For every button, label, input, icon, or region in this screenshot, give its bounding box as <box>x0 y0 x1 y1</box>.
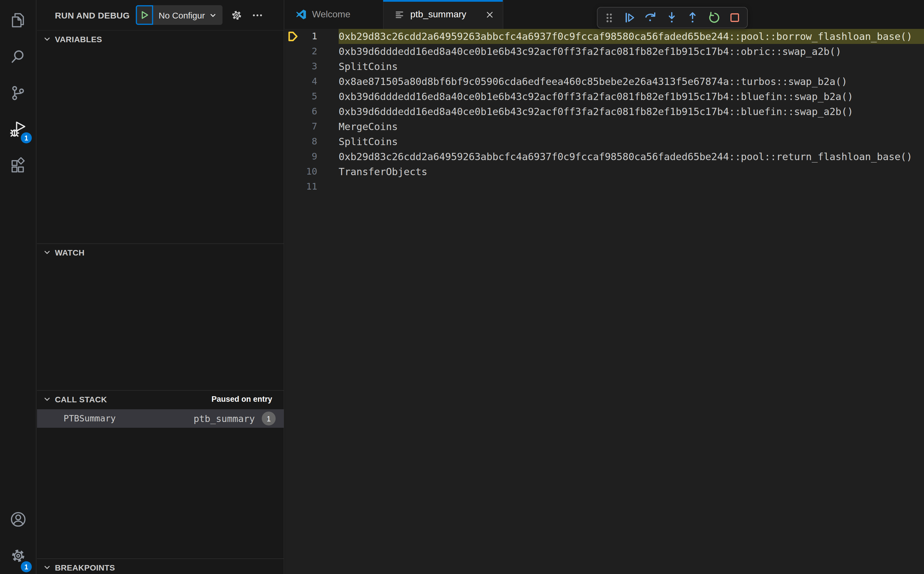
code-text: TransferObjects <box>338 164 924 179</box>
call-stack-frame-badge: 1 <box>262 412 275 426</box>
code-text: 0xb39d6dddedd16ed8a40ce0b1e6b43c92acf0ff… <box>338 89 924 104</box>
source-control-icon <box>9 84 27 101</box>
variables-section-header[interactable]: VARIABLES <box>37 31 284 47</box>
search-icon <box>9 48 27 65</box>
vscode-window: 1 <box>0 0 924 574</box>
files-icon <box>9 11 27 28</box>
views-more-actions-button[interactable] <box>252 9 263 20</box>
continue-button[interactable] <box>623 11 636 24</box>
breakpoints-section-header[interactable]: BREAKPOINTS <box>37 559 284 574</box>
restart-button[interactable] <box>707 11 720 24</box>
line-number: 1 <box>300 29 317 44</box>
step-over-button[interactable] <box>644 11 657 24</box>
code-text: 0xb39d6dddedd16ed8a40ce0b1e6b43c92acf0ff… <box>338 44 924 59</box>
code-line[interactable]: 1 0xb29d83c26cdd2a64959263abbcfc4a6937f0… <box>285 29 924 44</box>
line-number: 11 <box>300 179 317 194</box>
list-file-icon <box>395 9 405 19</box>
step-out-icon <box>686 11 699 24</box>
tab-welcome[interactable]: Welcome <box>285 0 384 29</box>
vscode-logo-icon <box>296 9 306 20</box>
step-out-button[interactable] <box>686 11 699 24</box>
close-icon[interactable] <box>485 9 495 19</box>
call-stack-section-header[interactable]: CALL STACK Paused on entry <box>37 391 284 407</box>
code-text: 0x8ae871505a80d8bf6bf9c05906cda6edfeea46… <box>338 74 924 89</box>
settings-count-badge: 1 <box>21 561 32 572</box>
line-number: 7 <box>300 119 317 134</box>
editor-group: Welcome ptb_summary <box>285 0 924 574</box>
chevron-down-icon <box>43 249 51 256</box>
line-number: 8 <box>300 134 317 149</box>
stop-button[interactable] <box>728 11 741 24</box>
activity-settings[interactable]: 1 <box>0 538 36 574</box>
launch-control: No Configur <box>135 5 222 25</box>
toolbar-drag-handle[interactable] <box>603 11 615 24</box>
step-into-button[interactable] <box>665 11 678 24</box>
debug-current-line-arrow-icon <box>285 31 300 42</box>
code-line[interactable]: 9 0xb29d83c26cdd2a64959263abbcfc4a6937f0… <box>285 149 924 164</box>
step-over-icon <box>644 11 657 24</box>
debug-configuration-select[interactable]: No Configur <box>153 5 222 25</box>
code-line[interactable]: 8 SplitCoins <box>285 134 924 149</box>
activity-source-control[interactable] <box>0 74 36 111</box>
chevron-down-icon <box>43 395 51 403</box>
code-line[interactable]: 11 <box>285 179 924 194</box>
debug-toolbar <box>597 7 748 28</box>
code-text: SplitCoins <box>338 59 924 74</box>
code-text: 0xb29d83c26cdd2a64959263abbcfc4a6937f0c9… <box>338 149 924 164</box>
code-line[interactable]: 7 MergeCoins <box>285 119 924 134</box>
watch-section-label: WATCH <box>55 248 85 257</box>
code-line[interactable]: 10 TransferObjects <box>285 164 924 179</box>
code-text: MergeCoins <box>338 119 924 134</box>
chevron-down-icon <box>43 35 51 43</box>
call-stack-section-label: CALL STACK <box>55 394 107 404</box>
debug-count-badge: 1 <box>21 132 32 144</box>
line-number: 4 <box>300 74 317 89</box>
breakpoints-section: BREAKPOINTS <box>37 558 284 574</box>
run-debug-sidebar: RUN AND DEBUG No Configur <box>37 0 284 574</box>
activity-explorer[interactable] <box>0 2 36 38</box>
open-launch-json-button[interactable] <box>230 9 242 21</box>
code-line[interactable]: 6 0xb39d6dddedd16ed8a40ce0b1e6b43c92acf0… <box>285 104 924 119</box>
line-number: 2 <box>300 44 317 59</box>
tab-label: ptb_summary <box>410 9 466 20</box>
debug-status-text: Paused on entry <box>211 395 272 404</box>
code-text: 0xb39d6dddedd16ed8a40ce0b1e6b43c92acf0ff… <box>338 104 924 119</box>
stop-icon <box>728 11 741 24</box>
code-text: SplitCoins <box>338 134 924 149</box>
call-stack-frame-name: PTBSummary <box>64 413 116 424</box>
activity-search[interactable] <box>0 38 36 74</box>
extensions-icon <box>9 157 27 174</box>
tab-label: Welcome <box>312 9 351 20</box>
step-into-icon <box>665 11 678 24</box>
call-stack-section: CALL STACK Paused on entry PTBSummary pt… <box>37 390 284 558</box>
call-stack-frame-file: ptb_summary <box>194 413 255 424</box>
editor-tab-bar: Welcome ptb_summary <box>285 0 924 29</box>
grip-icon <box>603 11 615 24</box>
tab-ptb-summary[interactable]: ptb_summary <box>384 0 503 29</box>
debug-configuration-label: No Configur <box>159 10 205 20</box>
code-line[interactable]: 2 0xb39d6dddedd16ed8a40ce0b1e6b43c92acf0… <box>285 44 924 59</box>
activity-run-debug[interactable]: 1 <box>0 111 36 147</box>
activity-extensions[interactable] <box>0 147 36 184</box>
line-number: 6 <box>300 104 317 119</box>
chevron-down-icon <box>43 564 51 571</box>
code-viewport[interactable]: 1 0xb29d83c26cdd2a64959263abbcfc4a6937f0… <box>285 29 924 574</box>
ellipsis-icon <box>252 9 263 20</box>
code-line[interactable]: 3 SplitCoins <box>285 59 924 74</box>
activity-accounts[interactable] <box>0 501 36 538</box>
line-number: 10 <box>300 164 317 179</box>
account-icon <box>9 511 27 528</box>
play-icon <box>139 10 150 20</box>
code-line[interactable]: 4 0x8ae871505a80d8bf6bf9c05906cda6edfeea… <box>285 74 924 89</box>
line-number: 5 <box>300 89 317 104</box>
start-debugging-button[interactable] <box>135 5 153 25</box>
variables-section-label: VARIABLES <box>55 35 102 44</box>
watch-section-header[interactable]: WATCH <box>37 244 284 261</box>
line-number: 3 <box>300 59 317 74</box>
gear-icon <box>230 9 242 21</box>
sidebar-title-bar: RUN AND DEBUG No Configur <box>37 0 284 31</box>
call-stack-frame-row[interactable]: PTBSummary ptb_summary 1 <box>37 409 284 428</box>
restart-icon <box>707 11 720 24</box>
chevron-down-icon <box>209 11 216 19</box>
code-line[interactable]: 5 0xb39d6dddedd16ed8a40ce0b1e6b43c92acf0… <box>285 89 924 104</box>
